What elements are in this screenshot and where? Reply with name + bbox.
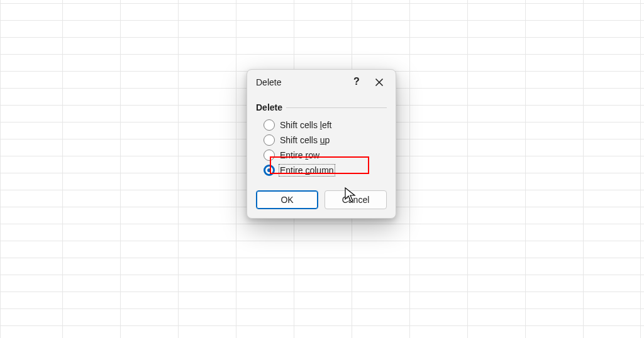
radio-label: Entire column <box>280 165 334 175</box>
radio-label: Shift cells up <box>280 135 330 145</box>
delete-option-group: Delete Shift cells left Shift cells up E… <box>256 97 387 182</box>
ok-button[interactable]: OK <box>256 190 318 209</box>
close-icon <box>375 78 384 87</box>
dialog-title: Delete <box>256 77 281 87</box>
radio-label: Entire row <box>280 150 319 160</box>
dialog-button-row: OK Cancel <box>247 189 396 218</box>
cancel-button-label: Cancel <box>342 195 370 205</box>
dialog-body: Delete Shift cells left Shift cells up E… <box>247 97 396 189</box>
radio-entire-row[interactable]: Entire row <box>264 148 387 163</box>
radio-entire-column[interactable]: Entire column <box>264 163 387 178</box>
ok-button-label: OK <box>280 195 293 205</box>
radio-shift-cells-left[interactable]: Shift cells left <box>264 117 387 133</box>
radio-indicator <box>264 134 275 146</box>
radio-shift-cells-up[interactable]: Shift cells up <box>264 133 387 148</box>
group-label-line <box>286 107 387 108</box>
radio-indicator <box>264 165 275 176</box>
help-icon: ? <box>352 77 362 87</box>
svg-text:?: ? <box>353 77 360 87</box>
group-label: Delete <box>256 102 387 112</box>
radio-indicator <box>264 150 275 161</box>
close-button[interactable] <box>368 73 391 92</box>
radio-label: Shift cells left <box>280 120 332 130</box>
group-label-text: Delete <box>256 102 286 112</box>
help-button[interactable]: ? <box>345 73 368 92</box>
delete-dialog: Delete ? Delete Shift cells left <box>247 69 396 219</box>
delete-dialog-titlebar[interactable]: Delete ? <box>247 70 396 95</box>
radio-indicator <box>264 119 275 131</box>
cancel-button[interactable]: Cancel <box>325 190 387 209</box>
